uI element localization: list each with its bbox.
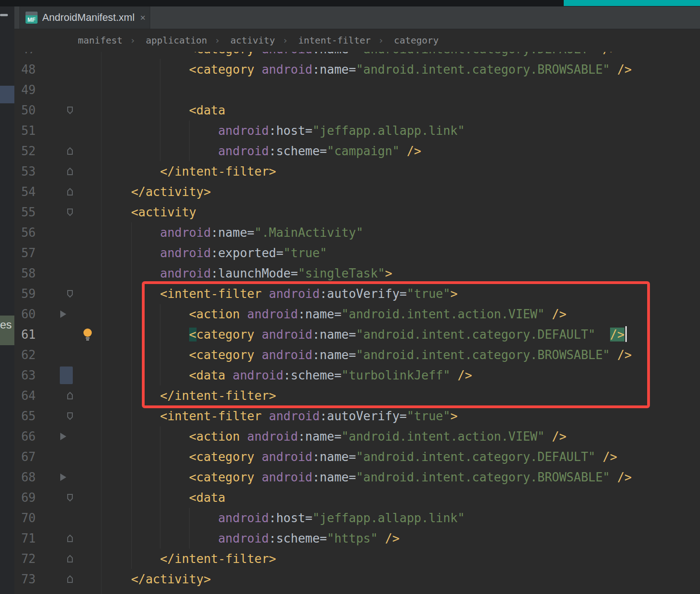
line-number[interactable]: 52 [14, 141, 36, 161]
run-marker-icon[interactable] [60, 310, 66, 318]
code-line-52[interactable]: 52 android:scheme="campaign" /> [14, 141, 700, 161]
code-text[interactable]: android:scheme="campaign" /> [102, 141, 421, 161]
code-text[interactable]: <intent-filter android:autoVerify="true"… [102, 406, 458, 426]
line-number[interactable]: 61 [14, 324, 36, 345]
code-text[interactable]: </intent-filter> [102, 549, 276, 569]
code-line-68[interactable]: 68 <category android:name="android.inten… [14, 467, 700, 487]
code-text[interactable]: <category android:name="android.intent.c… [102, 345, 632, 365]
fold-end-icon[interactable] [66, 575, 74, 583]
code-line-63[interactable]: 63 <data android:scheme="turbolinkJeff" … [14, 365, 700, 385]
editor[interactable]: 47 <category android:name="android.inten… [14, 29, 700, 594]
code-text[interactable]: <action android:name="android.intent.act… [102, 304, 566, 324]
code-line-55[interactable]: 55 <activity [14, 202, 700, 222]
fold-end-icon[interactable] [66, 167, 74, 176]
window-minimize-icon[interactable] [0, 14, 8, 16]
line-number[interactable]: 57 [14, 243, 36, 263]
line-number[interactable]: 56 [14, 222, 36, 243]
code-line-67[interactable]: 67 <category android:name="android.inten… [14, 447, 700, 467]
code-text[interactable]: <category android:name="android.intent.c… [102, 324, 627, 345]
line-number[interactable]: 73 [14, 569, 36, 589]
breadcrumb-item-category[interactable]: category [394, 35, 439, 46]
code-line-58[interactable]: 58 android:launchMode="singleTask"> [14, 263, 700, 284]
fold-end-icon[interactable] [66, 147, 74, 155]
breadcrumb-item-application[interactable]: application [146, 35, 207, 46]
line-number[interactable]: 54 [14, 182, 36, 202]
breadcrumb-item-manifest[interactable]: manifest [78, 35, 122, 46]
code-text[interactable]: <data [102, 100, 225, 120]
line-number[interactable]: 53 [14, 161, 36, 182]
code-text[interactable]: <activity [102, 202, 197, 222]
code-text[interactable]: </activity> [102, 569, 211, 589]
code-line-62[interactable]: 62 <category android:name="android.inten… [14, 345, 700, 365]
code-line-60[interactable]: 60 <action android:name="android.intent.… [14, 304, 700, 324]
code-line-54[interactable]: 54 </activity> [14, 182, 700, 202]
line-number[interactable]: 68 [14, 467, 36, 487]
code-text[interactable]: <action android:name="android.intent.act… [102, 426, 566, 447]
line-number[interactable]: 58 [14, 263, 36, 284]
code-text[interactable]: android:launchMode="singleTask"> [102, 263, 392, 284]
code-text[interactable]: <data [102, 487, 225, 508]
fold-end-icon[interactable] [66, 188, 74, 196]
line-number[interactable]: 63 [14, 365, 36, 385]
code-text[interactable]: <intent-filter android:autoVerify="true"… [102, 284, 458, 304]
code-text[interactable]: </intent-filter> [102, 385, 276, 406]
line-number[interactable]: 60 [14, 304, 36, 324]
line-number[interactable]: 49 [14, 80, 36, 100]
line-number[interactable]: 65 [14, 406, 36, 426]
line-number[interactable]: 72 [14, 549, 36, 569]
code-line-72[interactable]: 72 </intent-filter> [14, 549, 700, 569]
code-text[interactable]: <data android:scheme="turbolinkJeff" /> [102, 365, 472, 385]
line-number[interactable]: 55 [14, 202, 36, 222]
code-line-50[interactable]: 50 <data [14, 100, 700, 120]
run-marker-icon[interactable] [60, 474, 66, 481]
line-number[interactable]: 50 [14, 100, 36, 120]
code-text[interactable]: android:host="jeffapp.allapp.link" [102, 508, 465, 528]
tab-close-icon[interactable]: × [140, 13, 146, 23]
line-number[interactable]: 67 [14, 447, 36, 467]
fold-start-icon[interactable] [66, 412, 74, 420]
line-number[interactable]: 71 [14, 528, 36, 549]
code-line-71[interactable]: 71 android:scheme="https" /> [14, 528, 700, 549]
code-line-57[interactable]: 57 android:exported="true" [14, 243, 700, 263]
intention-bulb-icon[interactable] [82, 328, 93, 341]
code-text[interactable]: </activity> [102, 182, 211, 202]
breadcrumb-item-intent-filter[interactable]: intent-filter [298, 35, 371, 46]
code-line-53[interactable]: 53 </intent-filter> [14, 161, 700, 182]
code-text[interactable]: <category android:name="android.intent.c… [102, 447, 617, 467]
fold-start-icon[interactable] [66, 290, 74, 298]
tab-androidmanifest[interactable]: MF AndroidManifest.xml × [19, 6, 150, 29]
code-text[interactable]: <category android:name="android.intent.c… [102, 59, 632, 80]
code-line-73[interactable]: 73 </activity> [14, 569, 700, 589]
line-number[interactable]: 59 [14, 284, 36, 304]
line-number[interactable]: 48 [14, 59, 36, 80]
fold-end-icon[interactable] [66, 555, 74, 563]
fold-start-icon[interactable] [66, 208, 74, 216]
code-text[interactable]: <category android:name="android.intent.c… [102, 467, 632, 487]
code-line-49[interactable]: 49 [14, 80, 700, 100]
fold-start-icon[interactable] [66, 493, 74, 502]
code-line-69[interactable]: 69 <data [14, 487, 700, 508]
code-line-48[interactable]: 48 <category android:name="android.inten… [14, 59, 700, 80]
code-line-51[interactable]: 51 android:host="jeffapp.allapp.link" [14, 120, 700, 141]
fold-start-icon[interactable] [66, 106, 74, 114]
code-text[interactable]: android:host="jeffapp.allapp.link" [102, 120, 465, 141]
code-line-70[interactable]: 70 android:host="jeffapp.allapp.link" [14, 508, 700, 528]
code-line-59[interactable]: 59 <intent-filter android:autoVerify="tr… [14, 284, 700, 304]
code-text[interactable]: android:name=".MainActivity" [102, 222, 363, 243]
code-line-56[interactable]: 56 android:name=".MainActivity" [14, 222, 700, 243]
code-line-66[interactable]: 66 <action android:name="android.intent.… [14, 426, 700, 447]
code-line-64[interactable]: 64 </intent-filter> [14, 385, 700, 406]
line-number[interactable]: 70 [14, 508, 36, 528]
line-number[interactable]: 62 [14, 345, 36, 365]
code-text[interactable]: </intent-filter> [102, 161, 276, 182]
line-number[interactable]: 69 [14, 487, 36, 508]
code-text[interactable]: android:exported="true" [102, 243, 327, 263]
code-line-65[interactable]: 65 <intent-filter android:autoVerify="tr… [14, 406, 700, 426]
line-number[interactable]: 66 [14, 426, 36, 447]
line-number[interactable]: 64 [14, 385, 36, 406]
breadcrumb-item-activity[interactable]: activity [230, 35, 275, 46]
code-line-61[interactable]: 61 <category android:name="android.inten… [14, 324, 700, 345]
fold-end-icon[interactable] [66, 534, 74, 543]
line-number[interactable]: 51 [14, 120, 36, 141]
fold-end-icon[interactable] [66, 392, 74, 400]
